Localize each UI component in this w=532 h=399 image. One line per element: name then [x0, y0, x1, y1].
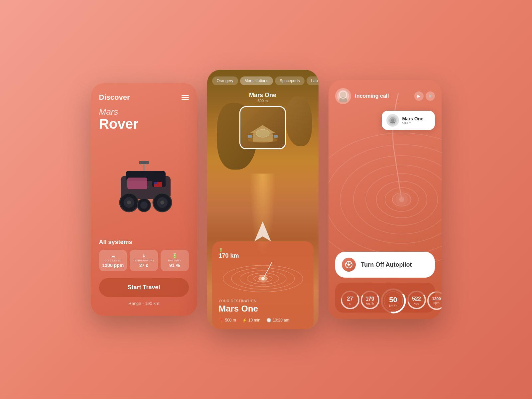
autopilot-dest-dist: 500 m [402, 121, 424, 125]
svg-point-51 [348, 264, 350, 266]
mars-one-header: Mars One 500 m [207, 92, 319, 103]
svg-line-53 [346, 263, 348, 264]
mars-one-name: Mars One [207, 92, 319, 99]
steering-wheel-icon [342, 258, 356, 272]
wheel-svg [345, 261, 353, 269]
svg-point-20 [256, 129, 269, 137]
temp-value: 27 c [132, 263, 155, 268]
tab-spaceports[interactable]: Spaceports [275, 76, 305, 85]
svg-marker-16 [254, 221, 271, 241]
call-action-icons: ▶ ⏸ [414, 91, 435, 101]
start-travel-button[interactable]: Start Travel [99, 278, 189, 297]
svg-point-43 [340, 92, 346, 98]
autopilot-dest-card: Mars One 500 m [382, 111, 435, 130]
tabs-bar: Orangery Mars stations Spaceports Lab [207, 70, 319, 88]
astronaut-avatar-svg [337, 90, 349, 102]
range-text: Range - 190 km [99, 301, 189, 306]
svg-point-30 [259, 275, 267, 283]
svg-rect-2 [127, 178, 147, 189]
phone-discover: Discover Mars Rover [91, 83, 197, 316]
system-card-battery: 🔋 BATTERY 91 % [161, 250, 189, 271]
call-decline-icon[interactable]: ⏸ [426, 91, 435, 101]
systems-grid: ☁ CO 2 LEVEL 1200 ppm 🌡 TEMPERATURE 27 c… [99, 250, 189, 271]
mars-one-dist: 500 m [207, 99, 319, 103]
destination-preview-box [239, 106, 286, 149]
dest-card-name: Mars One [219, 304, 307, 314]
dest-info-distance: 500 m [225, 318, 236, 323]
contour-map-svg [219, 262, 307, 295]
rover-title: Mars Rover [99, 107, 189, 131]
svg-line-54 [350, 263, 352, 264]
path-glow [249, 174, 276, 257]
nav-arrow-container [254, 221, 271, 243]
mars-base-icon [388, 115, 398, 125]
svg-point-11 [140, 201, 148, 209]
gauge-speed-170: 300 100 170 km / h [360, 290, 380, 305]
dest-pre-label: YOUR DESTINATION [219, 299, 307, 303]
pin-icon: 📍 [219, 318, 224, 323]
map-area: Mars One 500 m [335, 111, 435, 247]
svg-point-6 [127, 200, 131, 204]
co2-value: 1200 ppm [102, 263, 125, 268]
rover-image [101, 156, 187, 216]
svg-rect-15 [139, 161, 149, 164]
phone-navigation: Orangery Mars stations Spaceports Lab Ma… [207, 70, 319, 329]
svg-rect-21 [248, 135, 252, 138]
clock-icon: 🕐 [266, 318, 271, 323]
tab-lab[interactable]: Lab [307, 76, 319, 85]
caller-avatar [335, 88, 351, 104]
temp-label: TEMPERATURE [132, 259, 155, 262]
tab-mars-stations[interactable]: Mars stations [240, 76, 273, 85]
tab-orangery[interactable]: Orangery [212, 76, 238, 85]
incoming-call-bar: Incoming call ▶ ⏸ [335, 88, 435, 104]
battery-label: BATTERY [163, 259, 186, 262]
time-icon: ⚡ [242, 318, 247, 323]
incoming-call-label: Incoming call [355, 93, 410, 99]
svg-rect-49 [390, 122, 395, 123]
dest-info-row: 📍 500 m ⚡ 10 min 🕐 10:20 am [219, 318, 307, 323]
phone1-header: Discover [99, 93, 189, 102]
autopilot-button-text: Turn Off Autopilot [361, 261, 412, 268]
svg-point-48 [391, 119, 394, 122]
dest-distance-info: 📍 500 m [219, 318, 236, 323]
cloud-icon: ☁ [102, 253, 125, 258]
phone3-content: Incoming call ▶ ⏸ [335, 88, 435, 313]
temp-icon: 🌡 [132, 253, 155, 258]
dest-time-info: ⚡ 10 min [242, 318, 260, 323]
turn-off-autopilot-button[interactable]: Turn Off Autopilot [335, 252, 435, 278]
mars-text: Mars [99, 107, 189, 117]
dest-map [219, 262, 307, 295]
svg-rect-13 [154, 182, 157, 184]
dest-info-time: 10 min [248, 318, 260, 323]
phone-autopilot: Incoming call ▶ ⏸ [329, 80, 442, 319]
discover-title: Discover [99, 93, 130, 102]
menu-icon[interactable] [182, 95, 189, 100]
gauge-avg: 522 Avg [407, 290, 427, 305]
svg-point-9 [160, 200, 164, 204]
battery-icon: 🔋 [163, 253, 186, 258]
call-accept-icon[interactable]: ▶ [414, 91, 424, 101]
nav-arrow-icon [254, 221, 271, 241]
dest-clock-info: 🕐 10:20 am [266, 318, 289, 323]
battery-value: 91 % [163, 263, 186, 268]
co2-label: CO 2 LEVEL [102, 259, 125, 262]
autopilot-dest-info: Mars One 500 m [402, 116, 424, 125]
mars-base-preview [246, 122, 279, 145]
gauge-speed-50: 50 km / h [380, 288, 407, 308]
autopilot-dest-name: Mars One [402, 116, 424, 121]
svg-rect-22 [274, 135, 278, 138]
gauge-ppm: 1200 ppm [427, 291, 442, 305]
gauge-temperature: 27 c [340, 290, 360, 305]
gauges-row: 27 c 300 100 170 km / h [335, 283, 435, 313]
dest-info-clock: 10:20 am [273, 318, 289, 323]
system-card-temp: 🌡 TEMPERATURE 27 c [130, 250, 158, 271]
rover-text: Rover [99, 117, 189, 131]
rover-image-area [99, 136, 189, 235]
dest-avatar-icon [386, 114, 399, 127]
phones-container: Discover Mars Rover [77, 57, 455, 342]
all-systems-label: All systems [99, 239, 189, 246]
system-card-co2: ☁ CO 2 LEVEL 1200 ppm [99, 250, 127, 271]
